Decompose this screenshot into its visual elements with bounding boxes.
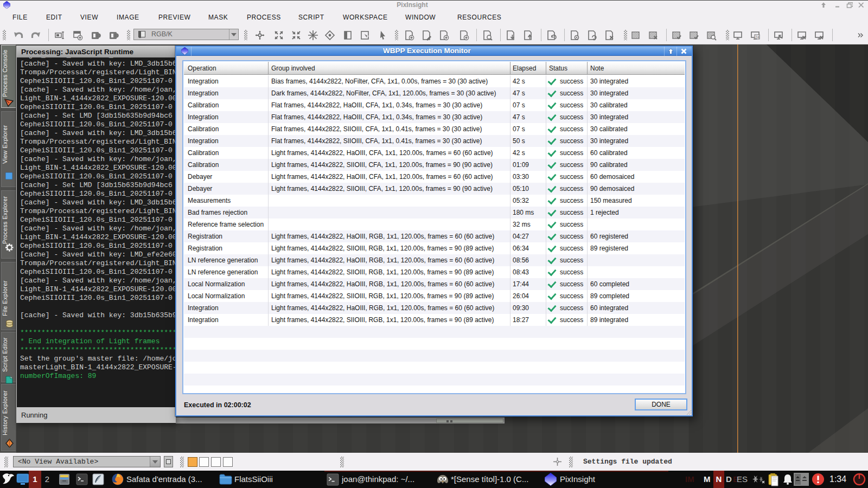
svg-text:24: 24	[755, 35, 760, 39]
